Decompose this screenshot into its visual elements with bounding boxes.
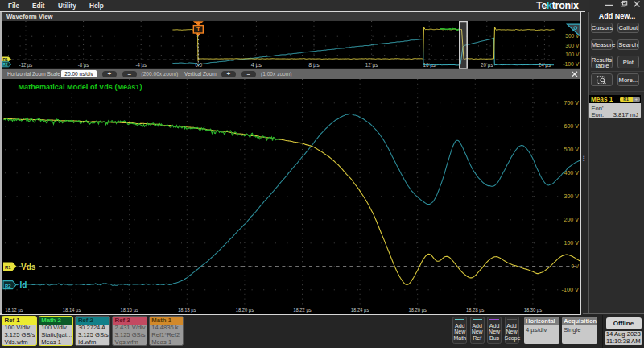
svg-text:200 V: 200 V	[564, 216, 579, 223]
svg-text:-100 V: -100 V	[563, 61, 579, 67]
svg-text:R2: R2	[2, 63, 7, 67]
svg-text:18.12 µs: 18.12 µs	[5, 305, 23, 313]
svg-text:600 V: 600 V	[564, 122, 579, 130]
svg-text:18.20 µs: 18.20 µs	[235, 305, 254, 313]
svg-text:T: T	[196, 26, 200, 33]
svg-text:300 V: 300 V	[565, 43, 579, 48]
svg-text:-4 µs: -4 µs	[135, 62, 147, 68]
svg-text:18.16 µs: 18.16 µs	[120, 305, 138, 313]
svg-text:700 V: 700 V	[564, 99, 579, 106]
svg-text:24 µs: 24 µs	[538, 62, 551, 68]
svg-text:16 µs: 16 µs	[423, 62, 436, 68]
svg-text:20 µs: 20 µs	[481, 62, 493, 68]
svg-text:Mathematical Model of Vds (Mea: Mathematical Model of Vds (Meas1)	[18, 83, 142, 91]
svg-text:12 µs: 12 µs	[365, 62, 378, 68]
svg-text:R1: R1	[2, 58, 7, 62]
svg-text:18.26 µs: 18.26 µs	[408, 305, 427, 313]
svg-text:Vds: Vds	[20, 262, 35, 271]
svg-text:18.24 µs: 18.24 µs	[350, 305, 369, 313]
svg-text:500 V: 500 V	[564, 146, 579, 153]
svg-text:-100 V: -100 V	[561, 286, 579, 293]
svg-text:-12 µs: -12 µs	[19, 62, 32, 68]
svg-text:18.28 µs: 18.28 µs	[466, 305, 485, 313]
svg-text:18.18 µs: 18.18 µs	[178, 305, 196, 313]
svg-text:300 V: 300 V	[564, 193, 579, 200]
svg-text:18.30 µs: 18.30 µs	[523, 305, 542, 313]
svg-text:-8 µs: -8 µs	[77, 62, 89, 68]
svg-text:Id: Id	[19, 280, 27, 289]
svg-text:0 V: 0 V	[571, 263, 579, 270]
svg-text:100 V: 100 V	[565, 52, 579, 57]
svg-text:8 µs: 8 µs	[308, 62, 320, 68]
svg-text:R2: R2	[4, 283, 10, 288]
svg-text:4 µs: 4 µs	[250, 62, 262, 68]
svg-text:18.14 µs: 18.14 µs	[62, 305, 80, 313]
svg-text:100 V: 100 V	[564, 239, 579, 246]
svg-text:18.22 µs: 18.22 µs	[293, 305, 312, 313]
svg-text:R1: R1	[4, 264, 10, 269]
